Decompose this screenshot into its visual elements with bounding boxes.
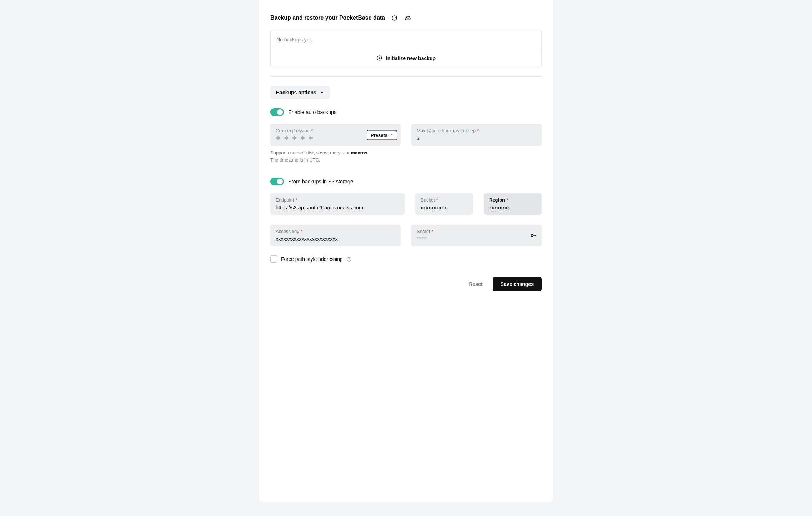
enable-auto-backups-toggle[interactable] (270, 108, 284, 116)
secret-field[interactable]: Secret * (411, 225, 542, 246)
cron-presets-button[interactable]: Presets (367, 130, 397, 140)
key-icon[interactable] (530, 232, 537, 239)
chevron-up-icon (320, 90, 324, 95)
enable-s3-toggle[interactable] (270, 178, 284, 185)
backups-empty-message: No backups yet. (271, 30, 541, 49)
access-key-input[interactable] (276, 236, 395, 242)
cron-placeholder: ✱✱✱✱✱ (276, 135, 361, 142)
endpoint-input[interactable] (276, 205, 399, 210)
enable-auto-backups-label: Enable auto backups (288, 109, 336, 115)
cron-expression-field[interactable]: Cron expression * ✱✱✱✱✱ Presets (270, 124, 401, 146)
backups-options-toggle[interactable]: Backups options (270, 86, 330, 99)
bucket-input[interactable] (421, 205, 468, 210)
initialize-backup-label: Initialize new backup (386, 55, 436, 61)
save-button[interactable]: Save changes (493, 277, 542, 291)
reset-button[interactable]: Reset (462, 278, 489, 291)
info-icon[interactable] (346, 257, 352, 262)
page-title: Backup and restore your PocketBase data (270, 15, 385, 21)
refresh-icon[interactable] (390, 14, 399, 22)
region-input[interactable] (489, 205, 536, 210)
secret-input[interactable] (417, 236, 536, 241)
play-circle-icon (376, 55, 382, 61)
caret-down-icon (390, 134, 393, 137)
divider (270, 76, 542, 77)
cron-help-text: Supports numeric list, steps, ranges or … (270, 149, 542, 163)
force-path-style-checkbox[interactable] (270, 255, 277, 263)
upload-backup-icon[interactable] (404, 14, 412, 22)
access-key-field[interactable]: Access key * (270, 225, 401, 246)
max-backups-field[interactable]: Max @auto backups to keep * (411, 124, 542, 146)
svg-point-1 (531, 234, 533, 236)
enable-s3-label: Store backups in S3 storage (288, 179, 353, 184)
svg-point-3 (349, 258, 349, 258)
region-field[interactable]: Region * (484, 193, 542, 215)
initialize-backup-button[interactable]: Initialize new backup (271, 49, 541, 67)
settings-panel: Backup and restore your PocketBase data … (259, 0, 553, 502)
endpoint-field[interactable]: Endpoint * (270, 193, 405, 215)
bucket-field[interactable]: Bucket * (415, 193, 473, 215)
max-backups-input[interactable] (417, 135, 536, 141)
backups-list: No backups yet. Initialize new backup (270, 30, 542, 67)
force-path-style-label: Force path-style addressing (281, 256, 343, 262)
